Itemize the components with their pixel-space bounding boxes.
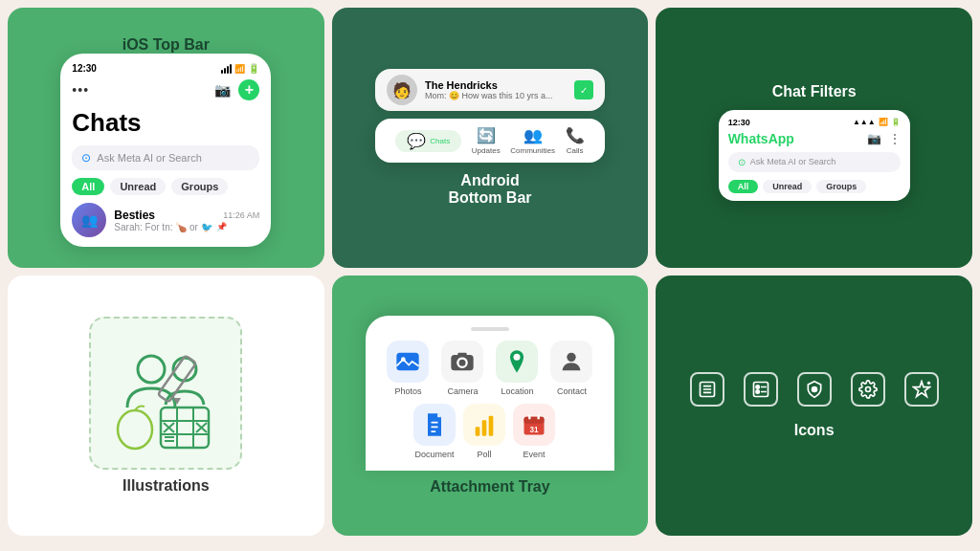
wifi-icon: 📶 <box>234 64 245 74</box>
svg-point-24 <box>812 387 816 392</box>
attach-contact[interactable]: Contact <box>548 341 595 396</box>
svg-point-33 <box>514 354 521 361</box>
chat-filters-title: Chat Filters <box>772 83 857 100</box>
communities-nav-label: Communities <box>510 146 555 155</box>
android-contact-card: 🧑 The Hendricks Mom: 😊 How was this 10 y… <box>375 69 605 111</box>
calls-nav-icon: 📞 <box>566 126 585 144</box>
android-avatar: 🧑 <box>387 75 417 105</box>
attach-location[interactable]: Location <box>494 341 541 396</box>
chats-nav-icon: 💬 <box>407 132 426 150</box>
attachment-tray-card: Photos Camera <box>332 276 649 536</box>
location-label: Location <box>501 386 533 396</box>
icons-card: Icons <box>656 276 972 536</box>
svg-rect-19 <box>753 383 768 397</box>
ios-chat-msg-row: Sarah: For tn: 🍗 or 🐦 📌 <box>114 222 259 232</box>
photos-icon <box>387 341 429 383</box>
android-contact-name: The Hendricks <box>425 79 567 91</box>
ios-chat-name: Besties <box>114 209 155 222</box>
document-label: Document <box>414 450 454 459</box>
android-nav-chats[interactable]: 💬 Chats <box>395 130 461 152</box>
ios-filter-unread[interactable]: Unread <box>110 178 166 195</box>
filters-menu-icon[interactable]: ⋮ <box>889 132 901 145</box>
svg-rect-32 <box>458 353 467 358</box>
attachment-tray-title: Attachment Tray <box>430 478 549 496</box>
contact-icon <box>550 341 592 383</box>
main-grid: iOS Top Bar 12:30 📶 🔋 ••• <box>8 8 972 543</box>
updates-nav-icon: 🔄 <box>477 126 496 144</box>
android-nav-bar: 💬 Chats 🔄 Updates 👥 Communities 📞 Calls <box>375 119 605 163</box>
ios-chats-title: Chats <box>72 108 259 138</box>
attach-event[interactable]: 31 Event <box>513 404 555 459</box>
android-bottom-bar-card: 🧑 The Hendricks Mom: 😊 How was this 10 y… <box>332 8 649 268</box>
contact-label: Contact <box>557 386 587 396</box>
svg-rect-42 <box>523 417 544 424</box>
chat-list-icon <box>751 380 770 399</box>
filters-camera-icon[interactable]: 📷 <box>867 132 881 145</box>
svg-rect-40 <box>489 416 494 436</box>
attachment-grid-row1: Photos Camera <box>385 341 595 396</box>
attach-poll[interactable]: Poll <box>463 404 505 459</box>
filters-phone-mockup: 12:30 ▲▲▲ 📶 🔋 WhatsApp 📷 ⋮ ⊙ Ask Meta AI… <box>719 110 910 201</box>
tray-handle <box>471 327 509 331</box>
svg-text:31: 31 <box>529 426 539 434</box>
attach-photos[interactable]: Photos <box>385 341 432 396</box>
filters-chip-unread[interactable]: Unread <box>763 180 812 193</box>
ios-filter-row: All Unread Groups <box>72 178 259 195</box>
ios-add-button[interactable]: + <box>238 79 259 100</box>
android-green-dot: ✓ <box>574 80 593 99</box>
filters-header-action-icons: 📷 ⋮ <box>867 132 901 145</box>
svg-point-3 <box>118 410 152 449</box>
filters-chip-groups[interactable]: Groups <box>816 180 866 193</box>
star-plus-icon <box>912 380 931 399</box>
illustration-preview <box>89 317 242 470</box>
ios-menu-dots[interactable]: ••• <box>72 82 89 98</box>
android-nav-updates[interactable]: 🔄 Updates <box>472 126 501 155</box>
filters-search-placeholder: Ask Meta AI or Search <box>750 157 836 166</box>
ios-chat-item[interactable]: 👥 Besties 11:26 AM Sarah: For tn: 🍗 or 🐦… <box>72 203 259 237</box>
event-icon: 31 <box>513 404 555 446</box>
ios-top-bar-card: iOS Top Bar 12:30 📶 🔋 ••• <box>8 8 324 268</box>
ios-search-bar[interactable]: ⊙ Ask Meta AI or Search <box>72 145 259 170</box>
ios-search-placeholder: Ask Meta AI or Search <box>97 152 201 164</box>
poll-icon <box>463 404 505 446</box>
filters-battery-icon: 🔋 <box>891 118 901 126</box>
photos-label: Photos <box>394 386 421 396</box>
avatar: 👥 <box>72 203 106 237</box>
camera-icon[interactable]: 📷 <box>214 82 231 98</box>
ios-chat-info: Besties 11:26 AM Sarah: For tn: 🍗 or 🐦 📌 <box>114 209 259 232</box>
filters-search-icon: ⊙ <box>738 157 746 167</box>
illustrations-title: Illustrations <box>122 477 210 495</box>
ios-status-bar: 12:30 📶 🔋 <box>72 63 259 74</box>
android-nav-communities[interactable]: 👥 Communities <box>510 126 555 155</box>
ios-header-icons: 📷 + <box>214 79 259 100</box>
location-icon <box>496 341 538 383</box>
camera-attach-icon <box>441 341 483 383</box>
meta-ai-icon: ⊙ <box>81 151 91 165</box>
filters-app-name: WhatsApp <box>728 131 794 146</box>
ios-phone-mockup: 12:30 📶 🔋 ••• 📷 + <box>60 54 271 247</box>
signal-icon <box>221 64 232 74</box>
icon-item-4 <box>851 372 885 407</box>
settings-icon <box>858 380 878 399</box>
event-label: Event <box>523 450 545 459</box>
attach-camera[interactable]: Camera <box>439 341 486 396</box>
svg-rect-38 <box>476 427 480 435</box>
filters-chip-all[interactable]: All <box>728 180 759 193</box>
illustrations-card: Illustrations <box>8 276 324 536</box>
filters-signal-icon: ▲▲▲ <box>853 118 876 126</box>
ios-filter-all[interactable]: All <box>72 178 104 195</box>
icons-row <box>690 372 939 407</box>
svg-point-22 <box>756 390 759 393</box>
android-nav-calls[interactable]: 📞 Calls <box>566 126 585 155</box>
ios-filter-groups[interactable]: Groups <box>171 178 228 195</box>
chats-nav-label: Chats <box>430 137 450 145</box>
attachment-grid-row2: Document Poll <box>385 404 595 459</box>
updates-nav-label: Updates <box>472 146 501 155</box>
filters-chip-row: All Unread Groups <box>728 180 901 193</box>
document-icon <box>413 404 456 446</box>
attach-document[interactable]: Document <box>413 404 456 459</box>
camera-attach-label: Camera <box>447 386 478 396</box>
android-title: AndroidBottom Bar <box>448 172 531 207</box>
ios-top-bar-title: iOS Top Bar <box>122 36 210 54</box>
filters-search-bar[interactable]: ⊙ Ask Meta AI or Search <box>728 152 901 172</box>
